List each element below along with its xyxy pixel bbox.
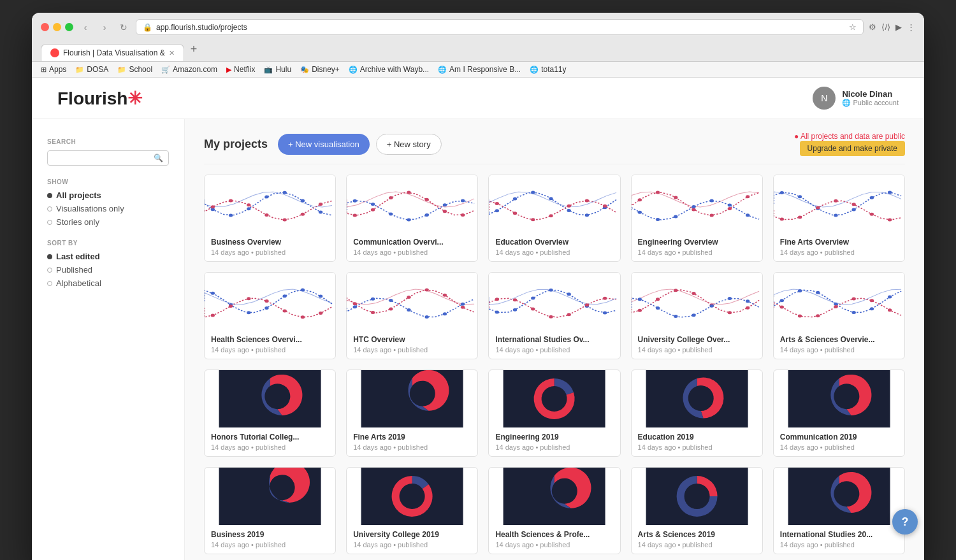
- sort-radio-empty-icon: [47, 268, 52, 273]
- archive-icon: 🌐: [349, 66, 358, 74]
- card-title: Education 2019: [638, 433, 756, 442]
- project-card[interactable]: Business Overview14 days ago • published: [204, 175, 336, 262]
- svg-point-37: [549, 197, 553, 200]
- sort-published[interactable]: Published: [47, 265, 169, 275]
- svg-point-55: [709, 199, 713, 203]
- address-bar[interactable]: 🔒 app.flourish.studio/projects ☆: [136, 19, 864, 35]
- search-section: SEARCH 🔍: [47, 138, 169, 166]
- bookmark-school[interactable]: 📁 School: [117, 65, 152, 74]
- reload-button[interactable]: ↻: [117, 20, 131, 34]
- project-card[interactable]: International Studies Ov...14 days ago •…: [488, 272, 620, 359]
- svg-point-69: [851, 208, 855, 212]
- bookmark-netflix[interactable]: ▶ Netflix: [226, 65, 255, 74]
- search-box[interactable]: 🔍: [47, 150, 169, 166]
- svg-point-140: [816, 291, 820, 294]
- extension-icon-1[interactable]: ⚙: [869, 22, 876, 32]
- svg-point-109: [513, 298, 517, 301]
- project-card[interactable]: University College Over...14 days ago • …: [631, 272, 763, 359]
- svg-point-3: [229, 213, 233, 217]
- card-info: International Studies 20...14 days ago •…: [774, 525, 904, 554]
- project-card[interactable]: Education 201914 days ago • published: [631, 370, 763, 457]
- project-card[interactable]: Communication 201914 days ago • publishe…: [773, 370, 905, 457]
- minimize-window-btn[interactable]: [53, 23, 61, 31]
- svg-point-88: [319, 294, 322, 298]
- svg-point-91: [353, 302, 357, 305]
- bookmark-tota11y[interactable]: 🌐 tota11y: [530, 65, 566, 74]
- svg-point-27: [443, 203, 447, 206]
- bookmark-apps[interactable]: ⊞ Apps: [41, 65, 66, 74]
- project-card[interactable]: Health Sciences & Profe...14 days ago • …: [488, 467, 620, 554]
- bookmark-responsive[interactable]: 🌐 Am I Responsive B...: [438, 65, 521, 74]
- project-card[interactable]: Business 201914 days ago • published: [204, 467, 336, 554]
- svg-point-98: [407, 308, 410, 312]
- tab-close-icon[interactable]: ✕: [169, 49, 175, 57]
- bookmark-dosa[interactable]: 📁 DOSA: [75, 65, 108, 74]
- card-thumbnail: [205, 468, 335, 525]
- back-button[interactable]: ‹: [78, 20, 92, 34]
- project-card[interactable]: Engineering Overview14 days ago • publis…: [631, 175, 763, 262]
- project-card[interactable]: HTC Overview14 days ago • published: [346, 272, 478, 359]
- svg-point-7: [264, 195, 268, 198]
- svg-point-34: [513, 212, 517, 215]
- svg-point-35: [531, 191, 535, 194]
- project-card[interactable]: Arts & Sciences 201914 days ago • publis…: [631, 467, 763, 554]
- card-title: Fine Arts Overview: [780, 238, 898, 247]
- svg-point-36: [531, 218, 535, 221]
- new-visualisation-button[interactable]: + New visualisation: [278, 134, 370, 155]
- card-title: Engineering 2019: [495, 433, 613, 442]
- bookmark-amazon[interactable]: 🛒 Amazon.com: [161, 65, 217, 74]
- project-card[interactable]: International Studies 20...14 days ago •…: [773, 467, 905, 554]
- bookmark-disney[interactable]: 🎭 Disney+: [300, 65, 340, 74]
- show-visualisations-only[interactable]: Visualisations only: [47, 204, 169, 213]
- svg-point-71: [869, 196, 873, 199]
- project-card[interactable]: Fine Arts Overview14 days ago • publishe…: [773, 175, 905, 262]
- card-thumbnail: [632, 175, 762, 233]
- card-info: Arts & Sciences 201914 days ago • publis…: [632, 525, 762, 554]
- sort-alphabetical[interactable]: Alphabetical: [47, 278, 169, 288]
- project-card[interactable]: Arts & Sciences Overvie...14 days ago • …: [773, 272, 905, 359]
- svg-point-5: [247, 207, 250, 210]
- project-card[interactable]: Education Overview14 days ago • publishe…: [488, 175, 620, 262]
- sort-last-edited[interactable]: Last edited: [47, 252, 169, 261]
- show-stories-only[interactable]: Stories only: [47, 217, 169, 227]
- new-story-button[interactable]: + New story: [376, 134, 442, 155]
- project-card[interactable]: University College 201914 days ago • pub…: [346, 467, 478, 554]
- sort-section: SORT BY Last edited Published Alphabetic…: [47, 240, 169, 288]
- card-thumbnail: [489, 273, 619, 330]
- card-thumbnail: [632, 273, 762, 330]
- star-icon[interactable]: ☆: [849, 22, 857, 32]
- user-avatar[interactable]: N: [813, 87, 836, 110]
- project-card[interactable]: Health Sciences Overvi...14 days ago • p…: [204, 272, 336, 359]
- project-card[interactable]: Engineering 201914 days ago • published: [488, 370, 620, 457]
- card-info: Health Sciences Overvi...14 days ago • p…: [205, 330, 335, 359]
- project-card[interactable]: Honors Tutorial Colleg...14 days ago • p…: [204, 370, 336, 457]
- new-tab-button[interactable]: +: [185, 40, 203, 59]
- svg-point-82: [264, 306, 268, 310]
- active-tab[interactable]: Flourish | Data Visualisation & ✕: [41, 44, 184, 61]
- svg-point-54: [709, 213, 713, 217]
- extension-icon-2[interactable]: ⟨/⟩: [881, 22, 890, 32]
- help-button[interactable]: ?: [892, 509, 918, 535]
- search-button[interactable]: 🔍: [154, 154, 163, 162]
- card-info: Fine Arts 201914 days ago • published: [347, 427, 477, 456]
- menu-icon[interactable]: ⋮: [907, 22, 915, 32]
- card-info: Engineering 201914 days ago • published: [489, 427, 619, 456]
- upgrade-button[interactable]: Upgrade and make private: [800, 141, 905, 156]
- close-window-btn[interactable]: [41, 23, 49, 31]
- extension-icon-3[interactable]: ▶: [895, 22, 902, 32]
- bookmark-archive[interactable]: 🌐 Archive with Wayb...: [349, 65, 429, 74]
- svg-point-83: [264, 299, 268, 303]
- svg-point-103: [461, 306, 465, 309]
- show-all-projects[interactable]: All projects: [47, 190, 169, 200]
- project-card[interactable]: Communication Overvi...14 days ago • pub…: [346, 175, 478, 262]
- search-input[interactable]: [53, 154, 154, 162]
- forward-button[interactable]: ›: [98, 20, 112, 34]
- card-thumbnail: [347, 175, 477, 233]
- bookmark-school-label: School: [129, 65, 152, 74]
- bookmark-hulu[interactable]: 📺 Hulu: [264, 65, 291, 74]
- maximize-window-btn[interactable]: [65, 23, 73, 31]
- svg-point-134: [746, 299, 750, 303]
- flourish-logo[interactable]: Flourish✳: [57, 88, 142, 109]
- card-meta: 14 days ago • published: [353, 346, 471, 354]
- project-card[interactable]: Fine Arts 201914 days ago • published: [346, 370, 478, 457]
